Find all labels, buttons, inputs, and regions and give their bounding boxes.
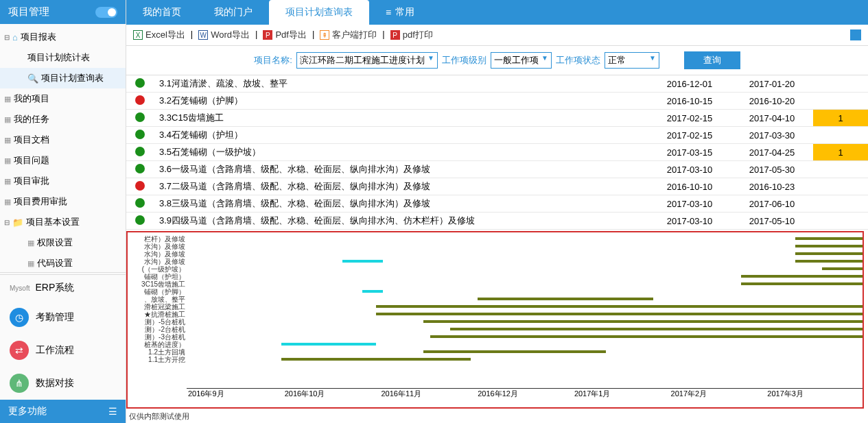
gantt-row (187, 295, 863, 303)
magnifier-icon: 🔍 (27, 73, 38, 84)
save-icon[interactable] (850, 29, 861, 40)
query-button[interactable]: 查询 (684, 51, 740, 69)
table-row[interactable]: 3.9四级马道（含路肩墙、级配、水稳、砼面层、纵向排水沟、仿木栏杆）及修坡201… (126, 213, 868, 230)
row-date2: 2017-04-10 (731, 110, 813, 127)
tree-label: 项目费用审批 (14, 195, 67, 208)
gantt-row (187, 318, 863, 326)
chart-row-label: 水沟）及修坡 (129, 258, 185, 265)
pdf-print-button[interactable]: P pdf打印 (390, 29, 433, 41)
pdf-export-button[interactable]: P Pdf导出 (263, 29, 307, 41)
tree-item-8[interactable]: ▦ 项目费用审批 (0, 191, 126, 212)
grid-icon: ▦ (4, 197, 11, 206)
tree-item-9[interactable]: ⊟ 📁 项目基本设置 (0, 212, 126, 232)
row-date2: 2017-03-30 (731, 127, 813, 144)
table-row[interactable]: 3.6一级马道（含路肩墙、级配、水稳、砼面层、纵向排水沟）及修坡2017-03-… (126, 161, 868, 178)
row-name: 3.2石笼铺砌（护脚） (154, 93, 648, 110)
status-dot (135, 181, 145, 191)
gantt-row (187, 311, 863, 318)
app-erp-label: ERP系统 (35, 282, 74, 294)
filter-bar: 项目名称: 滨江环路二期工程施工进度计划 ▼ 工作项级别 一般工作项 ▼ 工作项… (126, 46, 868, 75)
expand-icon: ⊟ (4, 219, 10, 226)
x-tick: 2016年11月 (379, 389, 476, 399)
tab-1[interactable]: 我的门户 (198, 0, 269, 25)
project-name-select[interactable]: 滨江环路二期工程施工进度计划 ▼ (296, 52, 438, 69)
tree-item-7[interactable]: ▦ 项目审批 (0, 171, 126, 191)
tree-item-3[interactable]: ▦ 我的项目 (0, 88, 126, 109)
tab-3[interactable]: ≡常用 (369, 0, 431, 25)
pdf-icon: P (263, 30, 272, 40)
excel-label: Excel导出 (145, 29, 185, 41)
tree-item-4[interactable]: ▦ 我的任务 (0, 109, 126, 130)
row-date2: 2016-10-20 (731, 93, 813, 110)
table-row[interactable]: 3.7二级马道（含路肩墙、级配、水稳、砼面层、纵向排水沟）及修坡2016-10-… (126, 178, 868, 195)
menu-icon: ☰ (108, 406, 117, 417)
excel-icon: X (133, 30, 143, 40)
row-date2: 2017-04-25 (731, 144, 813, 161)
chart-row-label: (（一级护坡） (129, 265, 185, 273)
chart-row-label: 1.2土方回填 (129, 348, 185, 356)
word-export-button[interactable]: W Word导出 (198, 29, 250, 41)
gantt-row (187, 356, 863, 363)
row-date1: 2017-02-15 (648, 110, 731, 127)
row-last (813, 178, 868, 195)
tree-item-1[interactable]: 项目计划统计表 (0, 47, 126, 68)
gantt-row (187, 250, 863, 258)
tree-item-11[interactable]: ▦ 代码设置 (0, 253, 126, 271)
tree-item-5[interactable]: ▦ 项目文档 (0, 130, 126, 150)
status-dot (135, 164, 145, 173)
grid-icon: ▦ (27, 259, 34, 268)
excel-export-button[interactable]: X Excel导出 (133, 29, 185, 41)
level-select[interactable]: 一般工作项 ▼ (491, 52, 552, 69)
chart-row-label: ★抗滑桩施工 (129, 311, 185, 318)
table-row[interactable]: 3.4石笼铺砌（护坦）2017-02-152017-03-30 (126, 127, 868, 144)
x-tick: 2017年1月 (573, 389, 670, 399)
app-attendance[interactable]: ◷ 考勤管理 (0, 301, 126, 334)
tree-item-2[interactable]: 🔍 项目计划查询表 (0, 68, 126, 88)
row-date1: 2016-12-01 (648, 75, 731, 93)
app-erp[interactable]: Mysoft ERP系统 (0, 275, 126, 301)
gantt-bar (376, 305, 450, 308)
tab-2[interactable]: 项目计划查询表 (269, 0, 369, 25)
app-datalink-label: 数据对接 (36, 377, 74, 389)
gantt-row (187, 288, 863, 295)
tab-0[interactable]: 我的首页 (126, 0, 198, 25)
table-row[interactable]: 3.1河道清淤、疏浚、放坡、整平2016-12-012017-01-20 (126, 75, 868, 93)
tree-label: 项目报表 (21, 31, 56, 43)
gantt-row (187, 258, 863, 265)
table-row[interactable]: 3.8三级马道（含路肩墙、级配、水稳、砼面层、纵向排水沟）及修坡2017-03-… (126, 195, 868, 213)
level-value: 一般工作项 (494, 55, 539, 65)
tree-item-0[interactable]: ⊟ ⌂ 项目报表 (0, 27, 126, 47)
gantt-row (187, 333, 863, 341)
clock-icon: ◷ (10, 308, 29, 327)
chevron-down-icon: ▼ (649, 54, 656, 62)
x-tick: 2016年12月 (476, 389, 573, 399)
table-row[interactable]: 3.2石笼铺砌（护脚）2016-10-152016-10-20 (126, 93, 868, 110)
app-datalink[interactable]: ⋔ 数据对接 (0, 367, 126, 400)
gantt-bar (430, 335, 863, 338)
row-date1: 2017-02-15 (648, 127, 731, 144)
table-row[interactable]: 3.5石笼铺砌（一级护坡）2017-03-152017-04-251 (126, 144, 868, 161)
gantt-bar (795, 252, 863, 255)
row-last (813, 127, 868, 144)
tree-item-6[interactable]: ▦ 项目问题 (0, 150, 126, 171)
row-name: 3.7二级马道（含路肩墙、级配、水稳、砼面层、纵向排水沟）及修坡 (154, 178, 648, 195)
export-toolbar: X Excel导出 | W Word导出 | P Pdf导出 | ⇞ 客户端打印 (126, 25, 868, 46)
tree-item-10[interactable]: ▦ 权限设置 (0, 232, 126, 253)
status-select[interactable]: 正常 ▼ (605, 52, 659, 69)
tree-label: 项目基本设置 (26, 216, 80, 228)
gantt-bar (450, 305, 863, 308)
sidebar-toggle[interactable] (95, 7, 117, 18)
gantt-row (187, 273, 863, 280)
status-dot (135, 198, 145, 208)
row-last (813, 195, 868, 213)
table-row[interactable]: 3.3C15齿墙施工2017-02-152017-04-101 (126, 110, 868, 127)
gantt-bar (741, 275, 863, 278)
gantt-bar (281, 343, 376, 346)
client-print-button[interactable]: ⇞ 客户端打印 (320, 29, 377, 41)
row-date2: 2017-01-20 (731, 75, 813, 93)
gantt-bar (822, 267, 863, 270)
filter-level-label: 工作项级别 (442, 54, 486, 67)
gantt-bar (741, 282, 863, 285)
app-workflow[interactable]: ⇄ 工作流程 (0, 334, 126, 367)
more-button[interactable]: 更多功能 ☰ (0, 400, 126, 423)
